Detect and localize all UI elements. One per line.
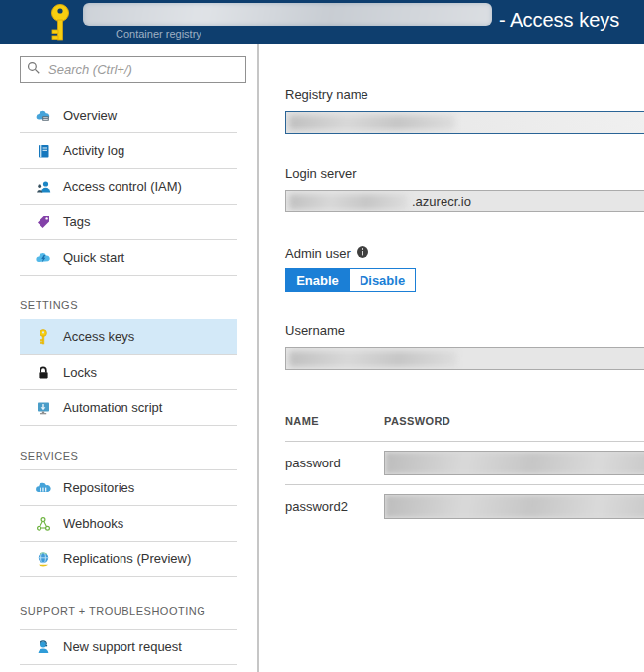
login-server-suffix: .azurecr.io bbox=[412, 194, 471, 209]
sidebar-search[interactable] bbox=[20, 56, 246, 83]
name-column-header: NAME bbox=[285, 415, 384, 427]
password-name: password bbox=[285, 456, 384, 470]
registry-name-field[interactable] bbox=[285, 111, 644, 134]
login-server-redacted-value bbox=[289, 194, 408, 210]
tags-icon bbox=[36, 214, 51, 230]
registry-name-redacted bbox=[83, 3, 492, 26]
password-column-header: PASSWORD bbox=[384, 415, 450, 427]
sidebar-item-replications[interactable]: Replications (Preview) bbox=[20, 542, 237, 577]
support-group-label: SUPPORT + TROUBLESHOOTING bbox=[20, 605, 257, 617]
resource-menu-sidebar: Overview Activity log bbox=[0, 44, 259, 672]
sidebar-item-activity-log[interactable]: Activity log bbox=[20, 133, 237, 169]
overview-icon bbox=[36, 108, 51, 124]
enable-button[interactable]: Enable bbox=[285, 268, 350, 292]
sidebar-services-group: Repositories Webhooks bbox=[20, 469, 237, 577]
access-keys-blade-content: Registry name Login server .azurecr.io A… bbox=[261, 44, 644, 672]
sidebar-item-label: Access keys bbox=[63, 329, 134, 344]
password-value-field[interactable] bbox=[384, 494, 644, 519]
passwords-table: NAME PASSWORD password password2 bbox=[285, 415, 644, 528]
username-redacted-value bbox=[289, 351, 457, 367]
blade-title: - Access keys bbox=[499, 9, 619, 32]
username-field bbox=[285, 347, 644, 370]
webhooks-icon bbox=[36, 516, 51, 532]
sidebar-item-locks[interactable]: Locks bbox=[20, 355, 237, 390]
sidebar-item-label: Automation script bbox=[63, 400, 162, 415]
login-server-field: .azurecr.io bbox=[285, 190, 644, 212]
blade-header: Container registry - Access keys bbox=[0, 0, 644, 44]
automation-script-icon bbox=[36, 400, 51, 416]
sidebar-item-automation-script[interactable]: Automation script bbox=[20, 390, 237, 426]
access-keys-icon bbox=[36, 329, 51, 345]
sidebar-item-repositories[interactable]: Repositories bbox=[20, 470, 237, 506]
sidebar-item-label: Tags bbox=[63, 214, 90, 229]
lock-icon bbox=[36, 365, 51, 380]
activity-log-icon bbox=[36, 143, 51, 159]
sidebar-item-label: Quick start bbox=[63, 250, 124, 265]
sidebar-settings-group: Access keys Locks Automatio bbox=[20, 319, 237, 426]
admin-user-toggle: Enable Disable bbox=[285, 268, 416, 292]
blade-subtitle: Container registry bbox=[116, 28, 201, 40]
access-control-icon bbox=[36, 179, 51, 195]
sidebar-item-new-support-request[interactable]: New support request bbox=[20, 630, 237, 665]
sidebar-item-quick-start[interactable]: Quick start bbox=[20, 240, 237, 276]
table-row: password2 bbox=[285, 484, 644, 528]
registry-name-redacted-value bbox=[289, 115, 455, 130]
login-server-label: Login server bbox=[285, 166, 644, 181]
sidebar-item-label: Webhooks bbox=[63, 516, 123, 531]
passwords-table-header: NAME PASSWORD bbox=[285, 415, 644, 441]
password-name: password2 bbox=[285, 499, 384, 514]
info-icon[interactable] bbox=[357, 244, 368, 262]
sidebar-item-overview[interactable]: Overview bbox=[20, 98, 237, 133]
support-person-icon bbox=[36, 639, 51, 655]
services-group-label: SERVICES bbox=[20, 450, 257, 462]
sidebar-item-label: Access control (IAM) bbox=[63, 179, 182, 194]
sidebar-item-label: New support request bbox=[63, 639, 182, 654]
quick-start-icon bbox=[36, 250, 51, 266]
sidebar-item-tags[interactable]: Tags bbox=[20, 205, 237, 240]
sidebar-item-webhooks[interactable]: Webhooks bbox=[20, 506, 237, 542]
sidebar-general-group: Overview Activity log bbox=[20, 98, 237, 276]
search-icon bbox=[27, 61, 40, 79]
repositories-icon bbox=[36, 480, 51, 496]
search-input[interactable] bbox=[46, 61, 239, 78]
sidebar-support-group: New support request bbox=[20, 629, 237, 665]
registry-name-label: Registry name bbox=[285, 87, 644, 102]
table-row: password bbox=[285, 441, 644, 484]
settings-group-label: SETTINGS bbox=[20, 299, 257, 311]
sidebar-item-label: Locks bbox=[63, 365, 97, 379]
sidebar-item-label: Replications (Preview) bbox=[63, 551, 191, 566]
container-registry-key-icon bbox=[45, 4, 75, 45]
sidebar-item-label: Activity log bbox=[63, 143, 124, 158]
sidebar-item-access-keys[interactable]: Access keys bbox=[20, 319, 237, 355]
replications-globe-icon bbox=[36, 551, 51, 567]
sidebar-item-label: Overview bbox=[63, 108, 117, 123]
admin-user-label: Admin user bbox=[285, 246, 351, 261]
password-value-field[interactable] bbox=[384, 451, 644, 475]
sidebar-item-access-control[interactable]: Access control (IAM) bbox=[20, 169, 237, 205]
username-label: Username bbox=[285, 323, 644, 338]
sidebar-item-label: Repositories bbox=[63, 480, 134, 495]
disable-button[interactable]: Disable bbox=[350, 268, 416, 292]
